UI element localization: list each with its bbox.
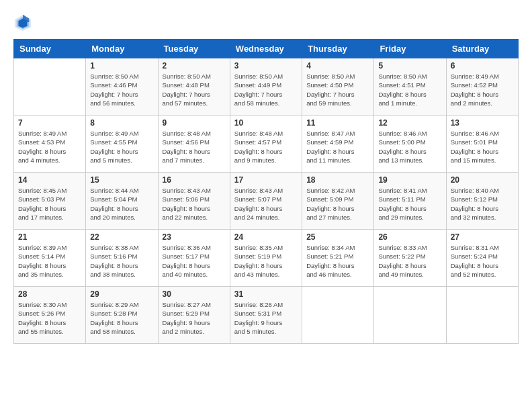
calendar-cell: 17Sunrise: 8:43 AM Sunset: 5:07 PM Dayli… [230, 173, 302, 230]
weekday-header-tuesday: Tuesday [158, 40, 230, 58]
day-info: Sunrise: 8:50 AM Sunset: 4:51 PM Dayligh… [378, 72, 441, 107]
day-number: 9 [163, 118, 226, 128]
day-number: 19 [378, 175, 441, 185]
day-info: Sunrise: 8:43 AM Sunset: 5:06 PM Dayligh… [163, 186, 226, 222]
day-number: 24 [234, 232, 298, 242]
calendar-cell: 21Sunrise: 8:39 AM Sunset: 5:14 PM Dayli… [14, 230, 86, 287]
logo-icon [13, 13, 32, 32]
calendar-cell: 29Sunrise: 8:29 AM Sunset: 5:28 PM Dayli… [86, 287, 158, 344]
weekday-header-monday: Monday [86, 40, 158, 58]
day-info: Sunrise: 8:35 AM Sunset: 5:19 PM Dayligh… [234, 243, 298, 279]
calendar-cell: 7Sunrise: 8:49 AM Sunset: 4:53 PM Daylig… [14, 116, 86, 173]
calendar-cell: 5Sunrise: 8:50 AM Sunset: 4:51 PM Daylig… [374, 58, 446, 116]
day-info: Sunrise: 8:48 AM Sunset: 4:57 PM Dayligh… [234, 129, 298, 165]
day-number: 23 [163, 232, 226, 242]
day-info: Sunrise: 8:34 AM Sunset: 5:21 PM Dayligh… [306, 243, 369, 279]
calendar-week-row: 1Sunrise: 8:50 AM Sunset: 4:46 PM Daylig… [14, 58, 519, 116]
day-info: Sunrise: 8:44 AM Sunset: 5:04 PM Dayligh… [90, 186, 153, 222]
calendar-cell: 1Sunrise: 8:50 AM Sunset: 4:46 PM Daylig… [86, 58, 158, 116]
day-number: 6 [451, 61, 514, 71]
day-info: Sunrise: 8:50 AM Sunset: 4:48 PM Dayligh… [163, 72, 226, 107]
calendar-cell: 23Sunrise: 8:36 AM Sunset: 5:17 PM Dayli… [158, 230, 230, 287]
day-info: Sunrise: 8:49 AM Sunset: 4:52 PM Dayligh… [451, 72, 514, 107]
day-number: 21 [18, 232, 81, 242]
day-number: 28 [18, 289, 81, 299]
calendar-cell [446, 287, 518, 344]
calendar-cell: 20Sunrise: 8:40 AM Sunset: 5:12 PM Dayli… [446, 173, 518, 230]
day-number: 2 [163, 61, 226, 71]
calendar-week-row: 14Sunrise: 8:45 AM Sunset: 5:03 PM Dayli… [14, 173, 519, 230]
calendar-cell: 11Sunrise: 8:47 AM Sunset: 4:59 PM Dayli… [302, 116, 374, 173]
day-info: Sunrise: 8:46 AM Sunset: 5:00 PM Dayligh… [378, 129, 441, 165]
day-number: 20 [451, 175, 514, 185]
day-info: Sunrise: 8:40 AM Sunset: 5:12 PM Dayligh… [451, 186, 514, 222]
day-info: Sunrise: 8:31 AM Sunset: 5:24 PM Dayligh… [451, 243, 514, 279]
day-info: Sunrise: 8:42 AM Sunset: 5:09 PM Dayligh… [306, 186, 369, 222]
day-number: 10 [234, 118, 298, 128]
day-info: Sunrise: 8:50 AM Sunset: 4:46 PM Dayligh… [90, 72, 153, 107]
calendar-body: 1Sunrise: 8:50 AM Sunset: 4:46 PM Daylig… [14, 58, 519, 344]
day-number: 7 [18, 118, 81, 128]
calendar-cell: 15Sunrise: 8:44 AM Sunset: 5:04 PM Dayli… [86, 173, 158, 230]
day-number: 12 [378, 118, 441, 128]
day-number: 4 [306, 61, 369, 71]
calendar-week-row: 21Sunrise: 8:39 AM Sunset: 5:14 PM Dayli… [14, 230, 519, 287]
day-number: 30 [163, 289, 226, 299]
day-info: Sunrise: 8:49 AM Sunset: 4:55 PM Dayligh… [90, 129, 153, 165]
calendar-header: SundayMondayTuesdayWednesdayThursdayFrid… [14, 40, 519, 58]
weekday-header-wednesday: Wednesday [230, 40, 302, 58]
calendar-cell: 13Sunrise: 8:46 AM Sunset: 5:01 PM Dayli… [446, 116, 518, 173]
day-number: 29 [90, 289, 153, 299]
day-info: Sunrise: 8:46 AM Sunset: 5:01 PM Dayligh… [451, 129, 514, 165]
day-info: Sunrise: 8:27 AM Sunset: 5:29 PM Dayligh… [163, 300, 226, 336]
day-number: 22 [90, 232, 153, 242]
calendar-cell [302, 287, 374, 344]
calendar-cell: 16Sunrise: 8:43 AM Sunset: 5:06 PM Dayli… [158, 173, 230, 230]
day-number: 31 [234, 289, 298, 299]
calendar-cell: 19Sunrise: 8:41 AM Sunset: 5:11 PM Dayli… [374, 173, 446, 230]
day-number: 11 [306, 118, 369, 128]
calendar-cell [14, 58, 86, 116]
day-info: Sunrise: 8:43 AM Sunset: 5:07 PM Dayligh… [234, 186, 298, 222]
day-number: 26 [378, 232, 441, 242]
day-info: Sunrise: 8:39 AM Sunset: 5:14 PM Dayligh… [18, 243, 81, 279]
day-info: Sunrise: 8:47 AM Sunset: 4:59 PM Dayligh… [306, 129, 369, 165]
day-number: 8 [90, 118, 153, 128]
calendar-cell: 4Sunrise: 8:50 AM Sunset: 4:50 PM Daylig… [302, 58, 374, 116]
calendar-cell: 8Sunrise: 8:49 AM Sunset: 4:55 PM Daylig… [86, 116, 158, 173]
day-number: 5 [378, 61, 441, 71]
day-info: Sunrise: 8:41 AM Sunset: 5:11 PM Dayligh… [378, 186, 441, 222]
calendar-cell: 28Sunrise: 8:30 AM Sunset: 5:26 PM Dayli… [14, 287, 86, 344]
calendar-cell: 12Sunrise: 8:46 AM Sunset: 5:00 PM Dayli… [374, 116, 446, 173]
day-info: Sunrise: 8:38 AM Sunset: 5:16 PM Dayligh… [90, 243, 153, 279]
day-info: Sunrise: 8:29 AM Sunset: 5:28 PM Dayligh… [90, 300, 153, 336]
day-number: 17 [234, 175, 298, 185]
calendar-cell: 2Sunrise: 8:50 AM Sunset: 4:48 PM Daylig… [158, 58, 230, 116]
day-number: 16 [163, 175, 226, 185]
day-info: Sunrise: 8:50 AM Sunset: 4:50 PM Dayligh… [306, 72, 369, 107]
logo [13, 13, 35, 32]
calendar-cell: 6Sunrise: 8:49 AM Sunset: 4:52 PM Daylig… [446, 58, 518, 116]
page-header [13, 13, 519, 32]
calendar-cell: 31Sunrise: 8:26 AM Sunset: 5:31 PM Dayli… [230, 287, 302, 344]
calendar-cell: 24Sunrise: 8:35 AM Sunset: 5:19 PM Dayli… [230, 230, 302, 287]
day-info: Sunrise: 8:33 AM Sunset: 5:22 PM Dayligh… [378, 243, 441, 279]
calendar-week-row: 7Sunrise: 8:49 AM Sunset: 4:53 PM Daylig… [14, 116, 519, 173]
calendar-cell: 26Sunrise: 8:33 AM Sunset: 5:22 PM Dayli… [374, 230, 446, 287]
day-number: 1 [90, 61, 153, 71]
day-number: 15 [90, 175, 153, 185]
day-number: 13 [451, 118, 514, 128]
calendar-week-row: 28Sunrise: 8:30 AM Sunset: 5:26 PM Dayli… [14, 287, 519, 344]
calendar-cell: 25Sunrise: 8:34 AM Sunset: 5:21 PM Dayli… [302, 230, 374, 287]
calendar-cell [374, 287, 446, 344]
day-info: Sunrise: 8:36 AM Sunset: 5:17 PM Dayligh… [163, 243, 226, 279]
calendar-cell: 9Sunrise: 8:48 AM Sunset: 4:56 PM Daylig… [158, 116, 230, 173]
calendar-cell: 30Sunrise: 8:27 AM Sunset: 5:29 PM Dayli… [158, 287, 230, 344]
weekday-header-friday: Friday [374, 40, 446, 58]
calendar-cell: 14Sunrise: 8:45 AM Sunset: 5:03 PM Dayli… [14, 173, 86, 230]
svg-marker-3 [23, 15, 29, 22]
calendar-table: SundayMondayTuesdayWednesdayThursdayFrid… [13, 39, 519, 344]
calendar-cell: 27Sunrise: 8:31 AM Sunset: 5:24 PM Dayli… [446, 230, 518, 287]
day-info: Sunrise: 8:50 AM Sunset: 4:49 PM Dayligh… [234, 72, 298, 107]
calendar-cell: 22Sunrise: 8:38 AM Sunset: 5:16 PM Dayli… [86, 230, 158, 287]
